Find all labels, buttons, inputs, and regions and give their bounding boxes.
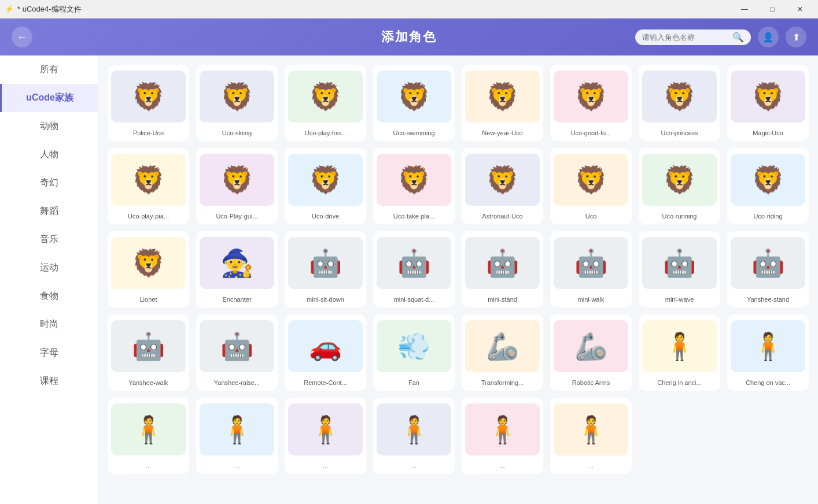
char-image-person-row5: 🧍 xyxy=(465,403,540,455)
upload-icon: ⬆ xyxy=(793,32,800,43)
char-name-uco-skiing: Uco-skiing xyxy=(205,129,269,136)
char-card-uco[interactable]: 🦁Uco xyxy=(550,148,632,224)
char-card-uco-play-gui[interactable]: 🦁Uco-Play-gui... xyxy=(196,148,278,224)
char-card-uco-princess[interactable]: 🦁Uco-princess xyxy=(639,65,720,141)
char-card-mini-squat-d[interactable]: 🤖mini-squat-d... xyxy=(373,231,455,307)
main-layout: 所有uCode家族动物人物奇幻舞蹈音乐运动食物时尚字母课程 🦁Police-Uc… xyxy=(0,55,818,504)
char-name-yanshee-walk: Yanshee-walk xyxy=(117,379,180,386)
char-name-uco-play-foo: Uco-play-foo... xyxy=(294,129,358,136)
char-card-yanshee-walk[interactable]: 🤖Yanshee-walk xyxy=(108,314,189,391)
content-area: 🦁Police-Uco🦁Uco-skiing🦁Uco-play-foo...🦁U… xyxy=(98,55,818,504)
char-name-lionet: Lionet xyxy=(117,296,180,303)
char-card-transforming[interactable]: 🦾Transforming... xyxy=(462,314,543,391)
page-title: 添加角色 xyxy=(381,28,437,46)
char-name-uco-riding: Uco-riding xyxy=(736,213,800,220)
char-image-uco-skiing: 🦁 xyxy=(200,71,274,123)
sidebar-item-fantasy[interactable]: 奇幻 xyxy=(0,169,98,197)
char-image-mini-walk: 🤖 xyxy=(554,237,628,289)
close-button[interactable]: ✕ xyxy=(787,0,813,18)
char-card-person-row4[interactable]: 🧍... xyxy=(373,398,455,474)
char-name-astronaut-uco: Astronaut-Uco xyxy=(471,213,535,220)
char-image-astronaut-uco: 🦁 xyxy=(465,154,540,206)
char-name-mini-sit-down: mini-sit-down xyxy=(294,296,358,303)
char-card-mini-wave[interactable]: 🤖mini-wave xyxy=(639,231,720,307)
char-card-person-row2[interactable]: 🧍... xyxy=(196,398,278,474)
char-card-lionet[interactable]: 🦁Lionet xyxy=(108,231,189,307)
char-card-astronaut-uco[interactable]: 🦁Astronaut-Uco xyxy=(462,148,543,224)
char-name-person-row3: ... xyxy=(294,462,358,469)
char-name-mini-wave: mini-wave xyxy=(648,296,712,303)
char-card-mini-sit-down[interactable]: 🤖mini-sit-down xyxy=(285,231,366,307)
maximize-button[interactable]: □ xyxy=(759,0,786,18)
search-box[interactable]: 🔍 xyxy=(635,29,751,45)
title-bar: ⚡ * uCode4-编程文件 — □ ✕ xyxy=(0,0,818,18)
char-image-person-row1: 🧍 xyxy=(111,403,186,455)
char-card-uco-good-fo[interactable]: 🦁Uco-good-fo... xyxy=(550,65,632,141)
char-card-person-row5[interactable]: 🧍... xyxy=(462,398,543,474)
char-image-mini-wave: 🤖 xyxy=(642,237,717,289)
char-card-person-row6[interactable]: 🧍... xyxy=(550,398,632,474)
sidebar-item-sports[interactable]: 运动 xyxy=(0,254,98,282)
char-name-cheng-in-anci: Cheng in anci... xyxy=(648,379,712,386)
char-name-uco-play-gui: Uco-Play-gui... xyxy=(205,213,269,220)
char-card-uco-drive[interactable]: 🦁Uco-drive xyxy=(285,148,366,224)
char-card-uco-play-pia[interactable]: 🦁Uco-play-pia... xyxy=(108,148,189,224)
char-card-yanshee-stand[interactable]: 🤖Yanshee-stand xyxy=(727,231,809,307)
char-name-mini-stand: mini-stand xyxy=(471,296,535,303)
char-name-person-row5: ... xyxy=(471,462,535,469)
char-card-uco-swimming[interactable]: 🦁Uco-swimming xyxy=(373,65,455,141)
char-card-mini-stand[interactable]: 🤖mini-stand xyxy=(462,231,543,307)
back-button[interactable]: ← xyxy=(12,27,32,47)
sidebar-item-fashion[interactable]: 时尚 xyxy=(0,310,98,339)
char-image-cheng-on-vac: 🧍 xyxy=(731,320,805,372)
char-card-uco-play-foo[interactable]: 🦁Uco-play-foo... xyxy=(285,65,366,141)
sidebar-item-people[interactable]: 人物 xyxy=(0,140,98,169)
minimize-button[interactable]: — xyxy=(731,0,758,18)
sidebar-item-letters[interactable]: 字母 xyxy=(0,339,98,367)
avatar-edit-button[interactable]: 👤 xyxy=(758,27,779,47)
char-card-magic-uco[interactable]: 🦁Magic-Uco xyxy=(727,65,809,141)
char-card-police-uco[interactable]: 🦁Police-Uco xyxy=(108,65,189,141)
char-card-new-year-uco[interactable]: 🦁New-year-Uco xyxy=(462,65,543,141)
char-image-person-row3: 🧍 xyxy=(288,403,363,455)
sidebar-item-animals[interactable]: 动物 xyxy=(0,112,98,140)
sidebar-item-music[interactable]: 音乐 xyxy=(0,225,98,254)
char-name-uco-drive: Uco-drive xyxy=(294,213,358,220)
char-card-yanshee-raise[interactable]: 🤖Yanshee-raise... xyxy=(196,314,278,391)
char-card-uco-running[interactable]: 🦁Uco-running xyxy=(639,148,720,224)
char-name-police-uco: Police-Uco xyxy=(117,129,180,136)
char-card-mini-walk[interactable]: 🤖mini-walk xyxy=(550,231,632,307)
char-image-uco-drive: 🦁 xyxy=(288,154,363,206)
sidebar-item-all[interactable]: 所有 xyxy=(0,55,98,84)
char-card-remote-cont[interactable]: 🚗Remote-Cont... xyxy=(285,314,366,391)
char-name-cheng-on-vac: Cheng on vac... xyxy=(736,379,800,386)
char-card-fan[interactable]: 💨Fan xyxy=(373,314,455,391)
search-input[interactable] xyxy=(642,33,729,42)
char-card-uco-skiing[interactable]: 🦁Uco-skiing xyxy=(196,65,278,141)
char-card-uco-riding[interactable]: 🦁Uco-riding xyxy=(727,148,809,224)
char-name-uco-take-pla: Uco-take-pla... xyxy=(382,213,446,220)
char-card-cheng-in-anci[interactable]: 🧍Cheng in anci... xyxy=(639,314,720,391)
header-right: 🔍 👤 ⬆ xyxy=(635,27,806,47)
upload-button[interactable]: ⬆ xyxy=(786,27,806,47)
char-image-police-uco: 🦁 xyxy=(111,71,186,123)
sidebar-item-ucode[interactable]: uCode家族 xyxy=(0,84,98,112)
app-icon: ⚡ xyxy=(5,5,14,13)
char-name-mini-walk: mini-walk xyxy=(559,296,623,303)
char-card-uco-take-pla[interactable]: 🦁Uco-take-pla... xyxy=(373,148,455,224)
sidebar-item-courses[interactable]: 课程 xyxy=(0,367,98,395)
sidebar-item-food[interactable]: 食物 xyxy=(0,282,98,310)
char-card-person-row1[interactable]: 🧍... xyxy=(108,398,189,474)
char-name-new-year-uco: New-year-Uco xyxy=(471,129,535,136)
char-name-enchanter: Enchanter xyxy=(205,296,269,303)
char-name-person-row4: ... xyxy=(382,462,446,469)
char-card-robotic-arms[interactable]: 🦾Robotic Arms xyxy=(550,314,632,391)
sidebar-item-dance[interactable]: 舞蹈 xyxy=(0,197,98,225)
char-card-enchanter[interactable]: 🧙Enchanter xyxy=(196,231,278,307)
char-name-uco-running: Uco-running xyxy=(648,213,712,220)
char-name-robotic-arms: Robotic Arms xyxy=(559,379,623,386)
char-image-enchanter: 🧙 xyxy=(200,237,274,289)
char-name-person-row2: ... xyxy=(205,462,269,469)
char-card-person-row3[interactable]: 🧍... xyxy=(285,398,366,474)
char-card-cheng-on-vac[interactable]: 🧍Cheng on vac... xyxy=(727,314,809,391)
